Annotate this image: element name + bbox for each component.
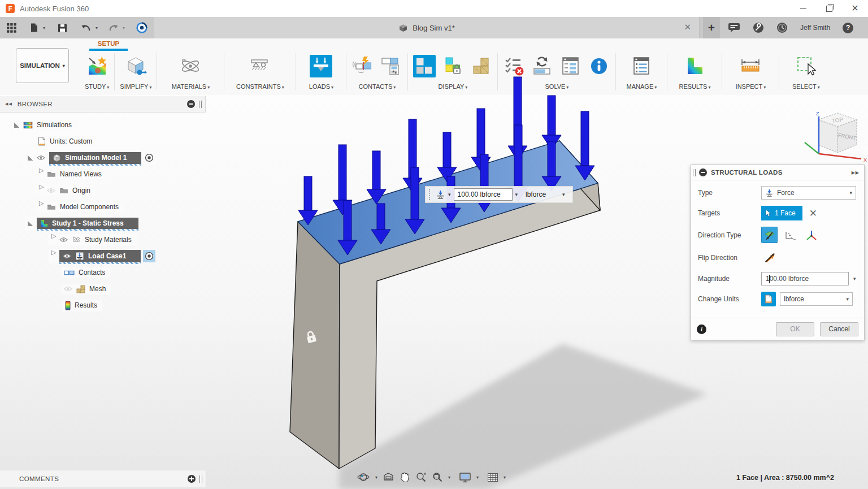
- redo-caret-icon[interactable]: ▾: [123, 25, 125, 31]
- toolbar-grip[interactable]: [429, 189, 432, 200]
- selected-item-chip[interactable]: Simulation Model 1: [49, 152, 141, 164]
- grid-settings-icon[interactable]: [487, 473, 498, 482]
- tree-item-load-case1[interactable]: Load Case1: [49, 249, 155, 263]
- solve-icon[interactable]: [531, 55, 554, 77]
- unit-inline-caret-icon[interactable]: ▾: [562, 192, 565, 197]
- document-tab[interactable]: Blog Sim v1* ✕: [154, 17, 700, 38]
- simplify-icon[interactable]: [124, 55, 147, 77]
- orbit-caret-icon[interactable]: ▾: [375, 475, 377, 480]
- tree-item-simulations[interactable]: Simulations: [11, 118, 77, 132]
- redo-icon[interactable]: [108, 24, 119, 32]
- comments-resize-grip[interactable]: [199, 475, 202, 483]
- fit-icon[interactable]: [432, 471, 443, 483]
- cancel-button[interactable]: Cancel: [820, 322, 858, 336]
- undo-icon[interactable]: [81, 24, 92, 32]
- tree-item-results[interactable]: Results: [62, 298, 102, 313]
- unit-inline-value[interactable]: lbforce: [526, 191, 559, 198]
- tree-item-study1[interactable]: Study 1 - Static Stress: [25, 216, 138, 231]
- display-state-icon[interactable]: [441, 55, 464, 77]
- automatic-contacts-icon[interactable]: [351, 55, 374, 77]
- comment-icon[interactable]: [728, 23, 740, 33]
- force-type-caret-icon[interactable]: ▾: [448, 192, 451, 197]
- workspace-selector[interactable]: SIMULATION▾: [16, 48, 69, 83]
- save-icon[interactable]: [58, 23, 67, 33]
- visibility-eye-icon[interactable]: [63, 253, 71, 259]
- force-type-icon[interactable]: [436, 190, 445, 200]
- tree-item-named-views[interactable]: Named Views: [36, 167, 107, 181]
- type-select[interactable]: Force ▾: [761, 186, 856, 200]
- visibility-eye-off-icon[interactable]: [47, 188, 55, 193]
- tree-item-study-materials[interactable]: Study Materials: [49, 232, 137, 247]
- expand-triangle-icon[interactable]: [28, 221, 33, 226]
- tree-item-units[interactable]: Units: Custom: [35, 134, 97, 149]
- magnitude-inline-caret-icon[interactable]: ▾: [515, 192, 518, 197]
- dialog-collapse-icon[interactable]: [699, 168, 707, 176]
- loads-icon-active[interactable]: [310, 55, 332, 77]
- solve-details-icon[interactable]: [559, 55, 582, 77]
- direction-vector-button[interactable]: [803, 227, 819, 243]
- expand-triangle-icon[interactable]: [14, 123, 19, 128]
- visibility-eye-icon[interactable]: [59, 237, 68, 243]
- select-icon[interactable]: [795, 55, 817, 77]
- tree-item-model-components[interactable]: Model Components: [36, 200, 124, 214]
- user-name[interactable]: Jeff Smith: [800, 24, 830, 32]
- display-settings-icon[interactable]: [459, 472, 471, 483]
- selected-item-chip[interactable]: Load Case1: [59, 250, 141, 262]
- pre-check-icon[interactable]: [503, 55, 526, 77]
- direction-normal-button[interactable]: [761, 227, 778, 243]
- ok-button[interactable]: OK: [776, 322, 814, 336]
- fit-caret-icon[interactable]: ▾: [448, 475, 450, 480]
- new-study-icon[interactable]: [86, 55, 108, 77]
- help-icon[interactable]: ?: [843, 23, 853, 33]
- solve-info-icon[interactable]: [588, 55, 610, 77]
- collapsed-triangle-icon[interactable]: [51, 237, 55, 243]
- tab-setup[interactable]: SETUP: [89, 40, 128, 51]
- dialog-header[interactable]: STRUCTURAL LOADS ▶▶: [691, 165, 864, 180]
- look-at-icon[interactable]: [383, 472, 394, 482]
- new-tab-button[interactable]: +: [703, 17, 720, 38]
- pan-icon[interactable]: [400, 471, 410, 483]
- units-select[interactable]: lbforce ▾: [780, 292, 853, 306]
- collapsed-triangle-icon[interactable]: [51, 253, 55, 259]
- visibility-eye-off-icon[interactable]: [64, 286, 72, 292]
- undo-caret-icon[interactable]: ▾: [96, 25, 98, 31]
- tree-item-simulation-model[interactable]: Simulation Model 1: [25, 150, 155, 165]
- zoom-icon[interactable]: ±: [415, 471, 427, 483]
- inspect-measure-icon[interactable]: [739, 55, 762, 77]
- targets-chip[interactable]: 1 Face: [761, 206, 802, 220]
- tree-item-mesh[interactable]: Mesh: [61, 282, 111, 296]
- display-settings-caret-icon[interactable]: ▾: [476, 475, 479, 480]
- restore-button[interactable]: [816, 0, 842, 17]
- dialog-expand-icon[interactable]: ▶▶: [852, 170, 860, 175]
- change-units-button[interactable]: [761, 292, 776, 306]
- activate-radio[interactable]: [144, 152, 155, 163]
- dialog-grip[interactable]: [693, 169, 696, 176]
- visibility-eye-icon[interactable]: [37, 155, 45, 161]
- degrees-of-freedom-icon[interactable]: [470, 55, 492, 77]
- add-comment-icon[interactable]: [188, 475, 196, 483]
- manage-contacts-icon[interactable]: [380, 55, 402, 77]
- notification-clock-icon[interactable]: [776, 22, 788, 33]
- collapsed-triangle-icon[interactable]: [39, 204, 43, 210]
- clear-targets-icon[interactable]: ✕: [809, 207, 817, 219]
- constraints-icon[interactable]: [249, 55, 271, 77]
- minimize-button[interactable]: [790, 0, 816, 17]
- file-menu-caret-icon[interactable]: ▾: [43, 25, 45, 31]
- tab-close-icon[interactable]: ✕: [684, 22, 691, 32]
- collapsed-triangle-icon[interactable]: [39, 188, 43, 194]
- orbit-icon[interactable]: [357, 471, 370, 483]
- magnitude-input[interactable]: 100.00 lbforce: [761, 272, 849, 285]
- activate-radio-active[interactable]: [143, 250, 155, 262]
- browser-resize-grip[interactable]: [199, 101, 202, 108]
- magnitude-caret-icon[interactable]: ▾: [853, 276, 856, 282]
- file-menu-icon[interactable]: [29, 23, 39, 33]
- grid-settings-caret-icon[interactable]: ▾: [504, 475, 506, 480]
- browser-minimize-icon[interactable]: [187, 100, 195, 108]
- tree-item-origin[interactable]: Origin: [36, 183, 96, 198]
- magnitude-inline-input[interactable]: 100.00 lbforce: [454, 188, 513, 201]
- flip-direction-button[interactable]: [761, 249, 778, 266]
- tree-item-contacts[interactable]: Contacts: [61, 265, 110, 280]
- selected-item-chip[interactable]: Study 1 - Static Stress: [37, 218, 138, 229]
- materials-icon[interactable]: [179, 55, 202, 77]
- results-icon[interactable]: [683, 55, 706, 77]
